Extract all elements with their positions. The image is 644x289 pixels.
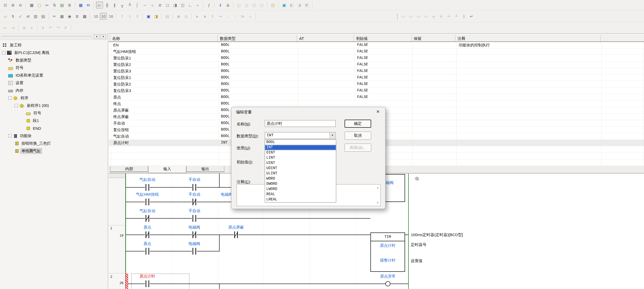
new-or-closed-contact-button[interactable]: ╨ bbox=[126, 2, 133, 9]
sheet-tab[interactable]: 输出 bbox=[186, 166, 224, 172]
cell-comment[interactable] bbox=[456, 153, 602, 159]
run-to-end-button[interactable]: » bbox=[247, 13, 254, 20]
pause-button[interactable]: ‖ bbox=[209, 13, 216, 20]
vertical-line-button[interactable]: │ bbox=[134, 2, 141, 9]
jump-button[interactable]: ↯ bbox=[39, 24, 46, 31]
return-line-button[interactable]: ↵ bbox=[468, 13, 475, 20]
new-closed-contact-button[interactable]: ∦ bbox=[111, 2, 118, 9]
dropdown-item[interactable]: ULINT bbox=[265, 171, 336, 176]
cell-datatype[interactable]: BOOL bbox=[219, 94, 298, 101]
dropdown-item[interactable]: REAL bbox=[265, 192, 336, 197]
dropdown-item[interactable]: INT bbox=[265, 145, 336, 150]
fb-align-top-button[interactable]: ╤ bbox=[430, 13, 437, 20]
fb-align-bottom-button[interactable]: ╧ bbox=[445, 13, 452, 20]
cell-comment[interactable] bbox=[456, 75, 602, 81]
cell-initvalue[interactable]: FALSE bbox=[355, 94, 413, 101]
cell-comment[interactable] bbox=[456, 140, 602, 146]
cell-at[interactable] bbox=[298, 75, 355, 81]
verify-button[interactable]: ⇕ bbox=[134, 13, 141, 20]
symbol-table-row[interactable]: 原点 BOOL FALSE bbox=[109, 94, 644, 101]
cell-comment[interactable] bbox=[456, 62, 602, 68]
cell-retain[interactable] bbox=[413, 68, 456, 75]
list-edit-button[interactable]: ≡ bbox=[28, 24, 35, 31]
cell-name[interactable]: 原点计时 bbox=[111, 140, 219, 146]
cell-at[interactable] bbox=[298, 101, 355, 107]
cell-name[interactable]: 复位防呆1 bbox=[111, 75, 219, 81]
cell-at[interactable] bbox=[298, 88, 355, 94]
scroll-down-icon[interactable]: ▼ bbox=[376, 201, 380, 205]
tree-expander-icon[interactable] bbox=[8, 134, 12, 138]
cell-name[interactable]: 复位按钮 bbox=[111, 127, 219, 133]
tree-expander-icon[interactable] bbox=[2, 51, 5, 54]
instruction-operand[interactable]: 原点计时 bbox=[371, 243, 405, 248]
work-online-button[interactable]: ▣ bbox=[145, 13, 152, 20]
binary-edit-button[interactable]: ▩ bbox=[81, 13, 88, 20]
cell-at[interactable] bbox=[298, 55, 355, 62]
fb-view-used-button[interactable]: ▭ bbox=[407, 13, 414, 20]
cell-retain[interactable] bbox=[413, 75, 456, 81]
dropdown-item[interactable]: UINT bbox=[265, 161, 336, 166]
cell-comment[interactable] bbox=[456, 81, 602, 88]
column-header-datatype[interactable]: 数据类型 bbox=[218, 35, 297, 41]
line-connect-button[interactable]: ⌐ bbox=[194, 2, 201, 9]
fb-flip-button[interactable]: ╫ bbox=[460, 13, 467, 20]
cell-name[interactable]: 置位防呆1 bbox=[111, 55, 219, 62]
pane-menu-button[interactable]: ▾ bbox=[94, 34, 99, 39]
decimal-button[interactable]: 10 bbox=[92, 13, 99, 20]
cell-retain[interactable] bbox=[413, 146, 456, 153]
cell-comment[interactable] bbox=[456, 55, 602, 62]
toolbar-grip[interactable] bbox=[397, 13, 398, 20]
sheet-tab[interactable]: 内部 bbox=[110, 166, 148, 172]
ok-button[interactable]: 确定 bbox=[345, 120, 371, 128]
cell-retain[interactable] bbox=[413, 42, 456, 48]
cell-initvalue[interactable]: FALSE bbox=[355, 48, 413, 55]
tree-item[interactable]: 新工程 bbox=[0, 41, 108, 49]
tree-item[interactable]: 单线圈气缸 bbox=[0, 147, 108, 155]
tree-item[interactable]: 符号 bbox=[0, 109, 108, 117]
cell-datatype[interactable]: BOOL bbox=[219, 75, 298, 81]
step-out-button[interactable]: ↑ bbox=[232, 13, 239, 20]
view-diagram-button[interactable]: ▱ bbox=[2, 13, 9, 20]
cell-comment[interactable] bbox=[456, 159, 602, 166]
cell-retain[interactable] bbox=[413, 120, 456, 127]
cell-initvalue[interactable]: FALSE bbox=[355, 88, 413, 94]
cell-name[interactable]: 原点屏蔽 bbox=[111, 107, 219, 114]
cell-name[interactable]: 置位防呆3 bbox=[111, 68, 219, 75]
rung-wrap-button[interactable]: ≣ bbox=[66, 2, 73, 9]
clear-trace-button[interactable]: ✗ bbox=[62, 24, 69, 31]
cell-datatype[interactable]: BOOL bbox=[219, 81, 298, 88]
cell-at[interactable] bbox=[298, 81, 355, 88]
cell-retain[interactable] bbox=[413, 153, 456, 159]
compile-program-button[interactable]: ⇓ bbox=[217, 2, 224, 9]
cell-name[interactable]: 终点屏蔽 bbox=[111, 114, 219, 120]
cell-retain[interactable] bbox=[413, 48, 456, 55]
column-header-name[interactable]: 名称 bbox=[110, 35, 218, 41]
tree-item[interactable]: 符号 bbox=[0, 64, 108, 72]
dropdown-item[interactable]: WORD bbox=[265, 176, 336, 181]
symbol-table-row[interactable]: 置位防呆3 BOOL FALSE bbox=[109, 68, 644, 75]
upload-button[interactable]: ⇑ bbox=[119, 13, 126, 20]
list-view-button[interactable]: ≣ bbox=[21, 24, 28, 31]
new-instruction-button[interactable]: ◻ bbox=[164, 2, 171, 9]
cell-name[interactable]: 手自动 bbox=[111, 120, 219, 127]
cell-retain[interactable] bbox=[413, 159, 456, 166]
transfer-in-button[interactable]: ◱ bbox=[236, 2, 243, 9]
dropdown-item[interactable]: UDINT bbox=[265, 166, 336, 171]
scroll-up-icon[interactable]: ▲ bbox=[376, 186, 380, 189]
undo-trace-button[interactable]: ↶ bbox=[47, 24, 54, 31]
run-button[interactable]: ► bbox=[194, 13, 201, 20]
nc-contact[interactable] bbox=[192, 199, 197, 205]
chevron-down-icon[interactable]: ▼ bbox=[329, 133, 335, 138]
mnemonic-view-button[interactable]: ▥ bbox=[32, 13, 39, 20]
cell-initvalue[interactable]: FALSE bbox=[355, 68, 413, 75]
dialog-close-icon[interactable]: ✕ bbox=[375, 109, 381, 114]
no-contact[interactable] bbox=[192, 184, 197, 191]
cell-datatype[interactable]: BOOL bbox=[219, 68, 298, 75]
cell-comment[interactable] bbox=[456, 146, 602, 153]
select-tool-button[interactable]: ▻ bbox=[96, 2, 103, 9]
cell-retain[interactable] bbox=[413, 114, 456, 120]
cell-comment[interactable] bbox=[456, 94, 602, 101]
redo-trace-button[interactable]: ↷ bbox=[55, 24, 62, 31]
zoom-in-button[interactable]: ⊕ bbox=[9, 2, 16, 9]
tree-expander-icon[interactable] bbox=[8, 96, 12, 100]
